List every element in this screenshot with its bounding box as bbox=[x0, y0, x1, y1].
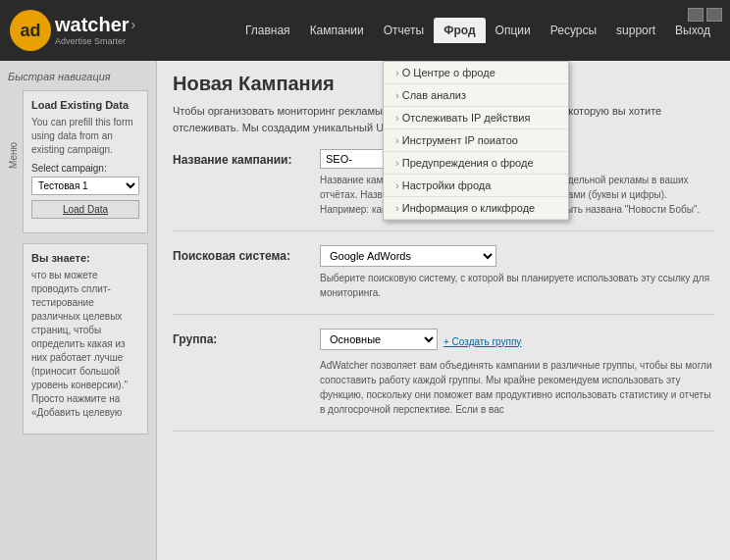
select-group[interactable]: Основные bbox=[320, 329, 438, 350]
sidebar-load-section: Load Existing Data You can prefill this … bbox=[23, 90, 148, 233]
fraud-dropdown: О Центре о фроде Слав анализ Отслеживать… bbox=[383, 61, 569, 221]
label-campaign-name: Название кампании: bbox=[173, 149, 320, 167]
dropdown-item-5[interactable]: Настройки фрода bbox=[384, 175, 568, 197]
dropdown-item-4[interactable]: Предупреждения о фроде bbox=[384, 152, 568, 175]
dropdown-item-2[interactable]: Отслеживать IP действия bbox=[384, 107, 568, 129]
logo-brand: watcher bbox=[55, 15, 130, 34]
logo-area: ad watcher › Advertise Smarter bbox=[10, 10, 186, 51]
nav-resources[interactable]: Ресурсы bbox=[541, 18, 606, 43]
nav-options[interactable]: Опции bbox=[486, 18, 541, 43]
dropdown-item-0[interactable]: О Центре о фроде bbox=[384, 62, 568, 84]
load-section-title: Load Existing Data bbox=[31, 99, 139, 111]
field-group: Основные + Создать группу AdWatcher позв… bbox=[320, 329, 714, 417]
sidebar-title: Быстрая навигация bbox=[8, 71, 148, 82]
dropdown-item-6[interactable]: Информация о кликфроде bbox=[384, 197, 568, 220]
label-group: Группа: bbox=[173, 329, 320, 346]
select-search-engine[interactable]: Google AdWords bbox=[320, 245, 496, 267]
form-row-group: Группа: Основные + Создать группу AdWatc… bbox=[173, 329, 714, 432]
sidebar: Быстрая навигация Меню Load Existing Dat… bbox=[0, 61, 157, 560]
logo-icon: ad bbox=[10, 10, 51, 51]
header: ad watcher › Advertise Smarter Главная К… bbox=[0, 0, 730, 61]
group-select-row: Основные + Создать группу bbox=[320, 329, 714, 354]
load-section-desc: You can prefill this form using data fro… bbox=[31, 116, 139, 157]
nav-logout[interactable]: Выход bbox=[665, 18, 720, 43]
nav-support[interactable]: support bbox=[606, 18, 665, 43]
select-label: Select campaign: bbox=[31, 163, 139, 174]
hint-group: AdWatcher позволяет вам объединять кампа… bbox=[320, 358, 714, 417]
sidebar-vert-text: Меню bbox=[8, 90, 19, 169]
logo-text-block: watcher › Advertise Smarter bbox=[55, 15, 135, 46]
logo-chevron: › bbox=[131, 17, 136, 32]
nav-home[interactable]: Главная bbox=[235, 18, 300, 43]
sidebar-did-you-know: Вы знаете: что вы можете проводить сплит… bbox=[23, 243, 148, 434]
campaign-select[interactable]: Тестовая 1 bbox=[31, 177, 139, 195]
form-row-search-engine: Поисковая система: Google AdWords Выбери… bbox=[173, 245, 714, 315]
did-you-know-title: Вы знаете: bbox=[31, 252, 139, 264]
nav-reports[interactable]: Отчеты bbox=[374, 18, 434, 43]
field-search-engine: Google AdWords Выберите поисковую систем… bbox=[320, 245, 714, 300]
hint-search-engine: Выберите поисковую систему, с которой вы… bbox=[320, 271, 714, 300]
main-layout: Быстрая навигация Меню Load Existing Dat… bbox=[0, 61, 730, 560]
did-you-know-text: что вы можете проводить сплит-тестирован… bbox=[31, 269, 139, 420]
nav-campaigns[interactable]: Кампании bbox=[300, 18, 374, 43]
logo-tagline: Advertise Smarter bbox=[55, 36, 135, 46]
label-search-engine: Поисковая система: bbox=[173, 245, 320, 263]
dropdown-item-1[interactable]: Слав анализ bbox=[384, 84, 568, 107]
load-data-button[interactable]: Load Data bbox=[31, 200, 139, 219]
create-group-link[interactable]: + Создать группу bbox=[443, 336, 521, 347]
dropdown-item-3[interactable]: Инструмент IP поиатоо bbox=[384, 129, 568, 152]
logo-ad-text: ad bbox=[20, 21, 40, 41]
nav-fraud[interactable]: Фрод bbox=[434, 18, 485, 43]
main-nav: Главная Кампании Отчеты Фрод Опции Ресур… bbox=[186, 18, 720, 43]
